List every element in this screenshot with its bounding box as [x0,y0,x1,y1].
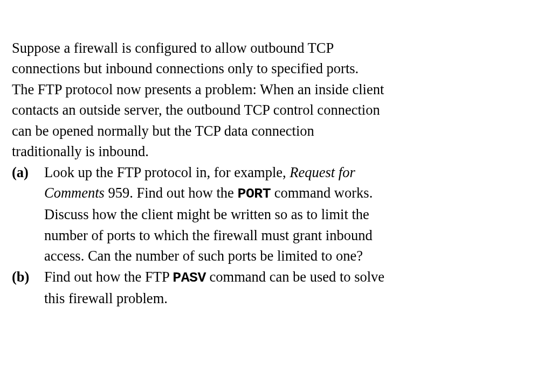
intro-line-1: Suppose a firewall is configured to allo… [12,40,334,56]
intro-line-2: connections but inbound connections only… [12,60,359,76]
a-l2d: command works. [271,185,373,201]
intro-line-3: The FTP protocol now presents a problem:… [12,81,384,97]
a-l3: Discuss how the client might be written … [44,206,369,222]
item-a: (a) Look up the FTP protocol in, for exa… [12,162,539,267]
intro-line-6: traditionally is inbound. [12,143,149,159]
a-l2c-mono: PORT [238,186,271,202]
a-l1a: Look up the FTP protocol in, for example… [44,164,290,180]
intro-line-5: can be opened normally but the TCP data … [12,123,314,139]
a-l5: access. Can the number of such ports be … [44,248,363,264]
b-l1a: Find out how the FTP [44,269,173,285]
b-l1c: command can be used to solve [206,269,384,285]
item-a-label: (a) [12,162,44,267]
item-a-body: Look up the FTP protocol in, for example… [44,162,539,267]
b-l1b-mono: PASV [173,270,206,286]
intro-paragraph: Suppose a firewall is configured to allo… [12,38,539,162]
a-l2a-italic: Comments [44,185,105,201]
item-b: (b) Find out how the FTP PASV command ca… [12,267,539,309]
a-l1b-italic: Request for [290,164,355,180]
b-l2: this firewall problem. [44,290,168,306]
a-l4: number of ports to which the firewall mu… [44,227,373,243]
intro-line-4: contacts an outside server, the outbound… [12,102,380,118]
item-b-body: Find out how the FTP PASV command can be… [44,267,539,309]
page-content: Suppose a firewall is configured to allo… [0,0,551,319]
a-l2b: 959. Find out how the [105,185,238,201]
item-b-label: (b) [12,267,44,309]
